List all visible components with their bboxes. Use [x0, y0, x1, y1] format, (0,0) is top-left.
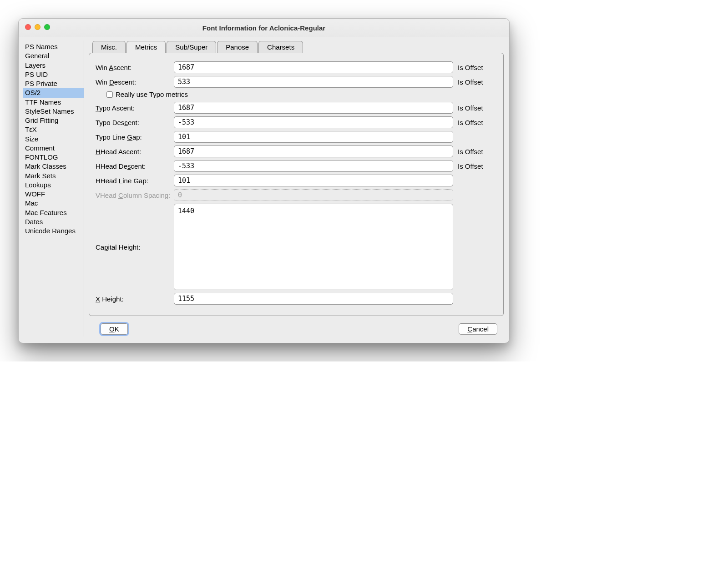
- sidebar-item-comment[interactable]: Comment: [23, 144, 84, 153]
- sidebar-item-layers[interactable]: Layers: [23, 61, 84, 70]
- hhead-ascent-label: HHead Ascent:: [96, 148, 174, 156]
- win-descent-input[interactable]: [174, 76, 453, 88]
- x-height-label: X Height:: [96, 295, 174, 303]
- sidebar-item-mark-sets[interactable]: Mark Sets: [23, 171, 84, 181]
- tab-sub-super[interactable]: Sub/Super: [167, 41, 216, 53]
- sidebar-item-mac[interactable]: Mac: [23, 199, 84, 208]
- capital-height-label: Capital Height:: [96, 243, 174, 251]
- main-panel: Misc.MetricsSub/SuperPanoseCharsets Win …: [87, 40, 509, 336]
- font-info-window: Font Information for Aclonica-Regular PS…: [18, 18, 510, 343]
- sidebar-item-general[interactable]: General: [23, 51, 84, 60]
- hhead-descent-label: HHead Descent:: [96, 162, 174, 170]
- checkbox-icon[interactable]: [106, 91, 113, 98]
- win-descent-offset-label[interactable]: Is Offset: [453, 78, 497, 86]
- typo-linegap-input[interactable]: [174, 131, 453, 143]
- minimize-icon[interactable]: [35, 24, 40, 30]
- sidebar-item-ps-private[interactable]: PS Private: [23, 79, 84, 88]
- hhead-linegap-label: HHead Line Gap:: [96, 177, 174, 185]
- button-bar: OOKK CancelCancel: [89, 316, 504, 336]
- x-height-input[interactable]: [174, 293, 453, 305]
- zoom-icon[interactable]: [44, 24, 50, 30]
- sidebar-item-unicode-ranges[interactable]: Unicode Ranges: [23, 226, 84, 236]
- typo-ascent-label: Typo Ascent:: [96, 104, 174, 112]
- win-ascent-label: Win Ascent:: [96, 64, 174, 71]
- typo-descent-label: Typo Descent:: [96, 119, 174, 126]
- tab-bar: Misc.MetricsSub/SuperPanoseCharsets: [92, 40, 504, 53]
- sidebar-item-ps-uid[interactable]: PS UID: [23, 70, 84, 79]
- hhead-ascent-input[interactable]: [174, 146, 453, 157]
- sidebar-item-woff[interactable]: WOFF: [23, 190, 84, 199]
- hhead-ascent-offset-label[interactable]: Is Offset: [453, 148, 497, 156]
- window-title: Font Information for Aclonica-Regular: [24, 24, 504, 32]
- sidebar-item-ps-names[interactable]: PS Names: [23, 42, 84, 51]
- typo-descent-offset-label[interactable]: Is Offset: [453, 119, 497, 126]
- sidebar-item-grid-fitting[interactable]: Grid Fitting: [23, 116, 84, 125]
- close-icon[interactable]: [25, 24, 31, 30]
- sidebar-item-mac-features[interactable]: Mac Features: [23, 208, 84, 217]
- titlebar: Font Information for Aclonica-Regular: [19, 19, 509, 37]
- hhead-linegap-input[interactable]: [174, 175, 453, 186]
- tab-misc-[interactable]: Misc.: [92, 41, 126, 53]
- sidebar-item-mark-classes[interactable]: Mark Classes: [23, 162, 84, 171]
- hhead-descent-offset-label[interactable]: Is Offset: [453, 162, 497, 170]
- sidebar-item-dates[interactable]: Dates: [23, 217, 84, 226]
- win-descent-label: Win Descent:: [96, 78, 174, 86]
- typo-ascent-offset-label[interactable]: Is Offset: [453, 104, 497, 112]
- window-controls: [25, 24, 50, 30]
- typo-linegap-label: Typo Line Gap:: [96, 133, 174, 141]
- tab-charsets[interactable]: Charsets: [258, 41, 303, 53]
- typo-descent-input[interactable]: [174, 116, 453, 128]
- hhead-descent-input[interactable]: [174, 160, 453, 172]
- sidebar-item-ttf-names[interactable]: TTF Names: [23, 98, 84, 107]
- cancel-button[interactable]: CancelCancel: [459, 323, 497, 335]
- ok-button[interactable]: OOKK: [101, 323, 128, 335]
- sidebar-item-os-2[interactable]: OS/2: [23, 88, 84, 97]
- typo-ascent-input[interactable]: [174, 102, 453, 114]
- sidebar: PS NamesGeneralLayersPS UIDPS PrivateOS/…: [19, 40, 84, 336]
- really-use-typo-checkbox[interactable]: Really use Typo metrics: [96, 90, 497, 98]
- sidebar-item-lookups[interactable]: Lookups: [23, 181, 84, 190]
- sidebar-item-styleset-names[interactable]: StyleSet Names: [23, 107, 84, 116]
- sidebar-item-t-x[interactable]: TεX: [23, 125, 84, 134]
- metrics-panel: Win Ascent: Is Offset Win Descent: Is Of…: [89, 53, 504, 316]
- window-body: PS NamesGeneralLayersPS UIDPS PrivateOS/…: [19, 37, 509, 343]
- sidebar-item-fontlog[interactable]: FONTLOG: [23, 153, 84, 162]
- tab-panose[interactable]: Panose: [217, 41, 258, 53]
- capital-height-input[interactable]: [174, 204, 453, 290]
- tab-metrics[interactable]: Metrics: [126, 41, 166, 53]
- sidebar-item-size[interactable]: Size: [23, 135, 84, 144]
- vhead-col-input: [174, 189, 453, 201]
- vhead-col-label: VHead Column Spacing:: [96, 191, 174, 199]
- win-ascent-offset-label[interactable]: Is Offset: [453, 64, 497, 71]
- really-use-typo-label: Really use Typo metrics: [116, 90, 188, 98]
- win-ascent-input[interactable]: [174, 61, 453, 73]
